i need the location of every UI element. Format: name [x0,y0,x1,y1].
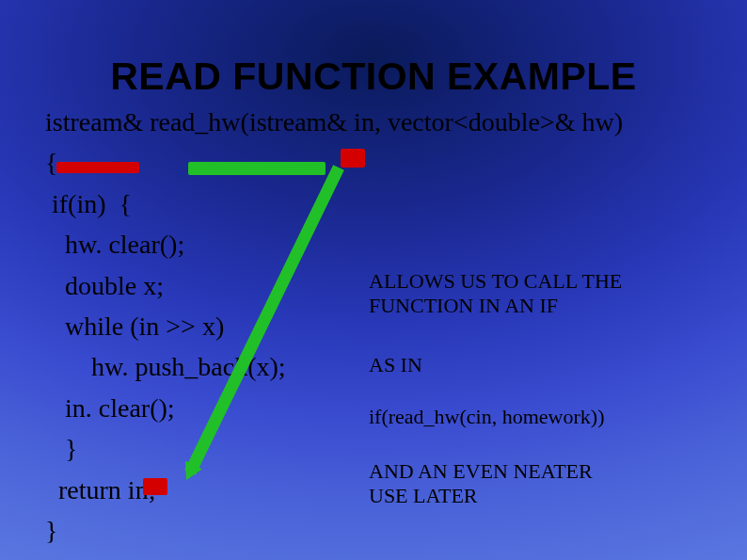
slide: READ FUNCTION EXAMPLE istream& read_hw(i… [0,0,747,560]
slide-title: READ FUNCTION EXAMPLE [0,55,747,99]
highlight-bar-green [188,162,326,175]
code-line-3: if(in) { [45,184,704,224]
code-line-4: hw. clear(); [45,224,704,264]
code-line-1: istream& read_hw(istream& in, vector<dou… [45,102,704,142]
annotation-if-call: if(read_hw(cin, homework)) [369,405,604,429]
highlight-bar-in [341,149,365,168]
annotation-allows-line2: FUNCTION IN AN IF [369,294,558,317]
code-line-11: } [45,510,704,551]
annotation-allows-line1: ALLOWS US TO CALL THE [369,269,622,293]
annotation-neater-line2: USE LATER [369,484,478,507]
annotation-neater: AND AN EVEN NEATER USE LATER [369,459,726,509]
annotation-neater-line1: AND AN EVEN NEATER [369,459,593,483]
annotation-allows: ALLOWS US TO CALL THE FUNCTION IN AN IF [369,269,726,319]
highlight-bar-return [143,478,167,495]
highlight-bar-istream [56,162,139,173]
annotation-asin: AS IN [369,353,422,377]
code-line-2: { [45,142,704,183]
